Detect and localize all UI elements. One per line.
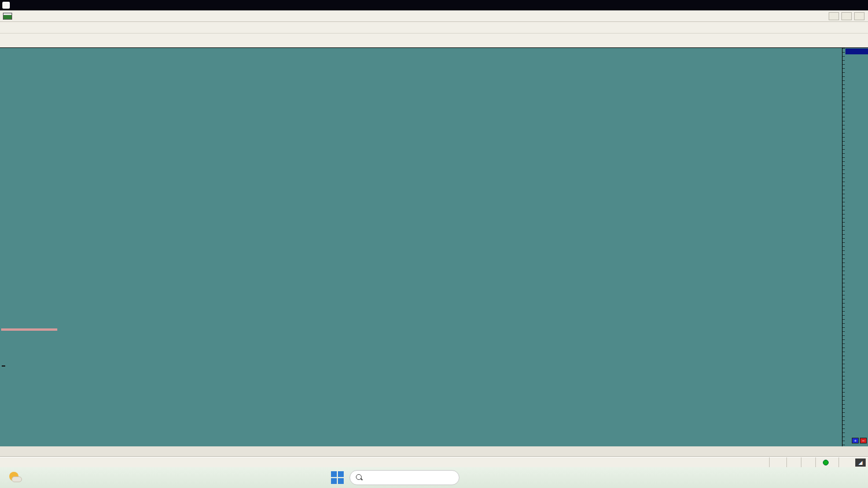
search-icon — [356, 474, 363, 481]
taskbar — [0, 467, 868, 488]
chart-logo-icon — [3, 13, 12, 20]
menu-bar — [0, 10, 868, 22]
gmt-segment — [815, 457, 838, 467]
chart-area[interactable]: + − — [0, 48, 868, 446]
weather-widget[interactable] — [0, 471, 133, 485]
alert-icon: ◢ — [855, 459, 866, 467]
price-chart[interactable] — [0, 48, 842, 446]
mdi-restore-icon[interactable] — [841, 12, 852, 20]
app-icon — [2, 2, 10, 9]
macd-scale-buttons: + − — [852, 438, 867, 443]
scale-plus-icon[interactable]: + — [852, 438, 859, 443]
messages-segment — [769, 457, 786, 467]
scale-ticks — [843, 48, 845, 446]
symbol-tab-bar — [0, 446, 868, 457]
drawing-toolbar — [0, 34, 868, 48]
connected-dot-icon — [823, 460, 829, 465]
title-bar — [0, 0, 868, 10]
connection-segment — [801, 457, 815, 467]
mdi-window-controls — [829, 12, 868, 20]
taskbar-icons — [330, 470, 465, 485]
chart-type-toolbar — [0, 22, 868, 34]
status-right: ◢ — [769, 457, 868, 467]
macd-label — [2, 365, 5, 367]
local-segment — [838, 457, 853, 467]
mdi-minimize-icon[interactable] — [829, 12, 839, 20]
scale-header — [845, 49, 868, 54]
mdi-close-icon[interactable] — [854, 12, 865, 20]
traffic-segment — [786, 457, 801, 467]
search-input[interactable] — [367, 474, 443, 482]
search-box[interactable] — [350, 470, 459, 485]
ohlc-info-box — [1, 328, 57, 331]
status-bar: ◢ — [0, 457, 868, 467]
scale-minus-icon[interactable]: − — [860, 438, 867, 443]
patrader-window: + − ◢ — [0, 0, 868, 488]
weather-icon — [8, 471, 23, 485]
price-scale[interactable]: + − — [842, 48, 868, 446]
start-button[interactable] — [330, 471, 344, 485]
